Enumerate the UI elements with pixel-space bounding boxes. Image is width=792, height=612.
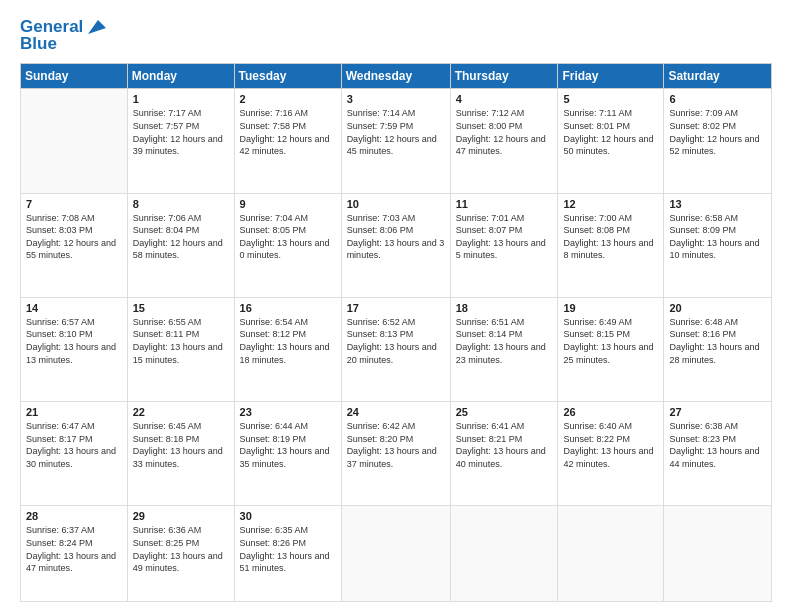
cell-details: Sunrise: 6:51 AMSunset: 8:14 PMDaylight:… <box>456 316 553 366</box>
cell-details: Sunrise: 6:57 AMSunset: 8:10 PMDaylight:… <box>26 316 122 366</box>
header-saturday: Saturday <box>664 64 772 89</box>
day-number: 24 <box>347 406 445 418</box>
cell-details: Sunrise: 7:08 AMSunset: 8:03 PMDaylight:… <box>26 212 122 262</box>
calendar-cell: 30Sunrise: 6:35 AMSunset: 8:26 PMDayligh… <box>234 506 341 602</box>
day-number: 4 <box>456 93 553 105</box>
cell-details: Sunrise: 6:52 AMSunset: 8:13 PMDaylight:… <box>347 316 445 366</box>
day-number: 28 <box>26 510 122 522</box>
calendar-cell <box>558 506 664 602</box>
calendar-cell: 12Sunrise: 7:00 AMSunset: 8:08 PMDayligh… <box>558 193 664 297</box>
calendar-cell: 26Sunrise: 6:40 AMSunset: 8:22 PMDayligh… <box>558 402 664 506</box>
svg-marker-0 <box>88 20 106 34</box>
day-number: 13 <box>669 198 766 210</box>
header-friday: Friday <box>558 64 664 89</box>
calendar-cell: 19Sunrise: 6:49 AMSunset: 8:15 PMDayligh… <box>558 297 664 401</box>
calendar-cell: 28Sunrise: 6:37 AMSunset: 8:24 PMDayligh… <box>21 506 128 602</box>
header: General Blue <box>20 18 772 53</box>
cell-details: Sunrise: 6:49 AMSunset: 8:15 PMDaylight:… <box>563 316 658 366</box>
cell-details: Sunrise: 6:55 AMSunset: 8:11 PMDaylight:… <box>133 316 229 366</box>
day-number: 10 <box>347 198 445 210</box>
cell-details: Sunrise: 6:37 AMSunset: 8:24 PMDaylight:… <box>26 524 122 574</box>
cell-details: Sunrise: 6:44 AMSunset: 8:19 PMDaylight:… <box>240 420 336 470</box>
header-sunday: Sunday <box>21 64 128 89</box>
calendar-cell: 4Sunrise: 7:12 AMSunset: 8:00 PMDaylight… <box>450 89 558 193</box>
day-number: 23 <box>240 406 336 418</box>
cell-details: Sunrise: 7:09 AMSunset: 8:02 PMDaylight:… <box>669 107 766 157</box>
day-number: 26 <box>563 406 658 418</box>
cell-details: Sunrise: 6:54 AMSunset: 8:12 PMDaylight:… <box>240 316 336 366</box>
calendar-cell: 15Sunrise: 6:55 AMSunset: 8:11 PMDayligh… <box>127 297 234 401</box>
calendar-cell: 6Sunrise: 7:09 AMSunset: 8:02 PMDaylight… <box>664 89 772 193</box>
calendar-cell: 10Sunrise: 7:03 AMSunset: 8:06 PMDayligh… <box>341 193 450 297</box>
day-number: 1 <box>133 93 229 105</box>
calendar-cell: 22Sunrise: 6:45 AMSunset: 8:18 PMDayligh… <box>127 402 234 506</box>
day-number: 22 <box>133 406 229 418</box>
day-number: 19 <box>563 302 658 314</box>
calendar-cell: 17Sunrise: 6:52 AMSunset: 8:13 PMDayligh… <box>341 297 450 401</box>
day-number: 29 <box>133 510 229 522</box>
day-number: 25 <box>456 406 553 418</box>
day-number: 9 <box>240 198 336 210</box>
cell-details: Sunrise: 6:48 AMSunset: 8:16 PMDaylight:… <box>669 316 766 366</box>
calendar-cell: 8Sunrise: 7:06 AMSunset: 8:04 PMDaylight… <box>127 193 234 297</box>
logo: General Blue <box>20 18 106 53</box>
cell-details: Sunrise: 7:12 AMSunset: 8:00 PMDaylight:… <box>456 107 553 157</box>
weekday-header-row: Sunday Monday Tuesday Wednesday Thursday… <box>21 64 772 89</box>
header-thursday: Thursday <box>450 64 558 89</box>
cell-details: Sunrise: 7:16 AMSunset: 7:58 PMDaylight:… <box>240 107 336 157</box>
day-number: 14 <box>26 302 122 314</box>
calendar-cell: 16Sunrise: 6:54 AMSunset: 8:12 PMDayligh… <box>234 297 341 401</box>
cell-details: Sunrise: 6:58 AMSunset: 8:09 PMDaylight:… <box>669 212 766 262</box>
calendar-cell: 29Sunrise: 6:36 AMSunset: 8:25 PMDayligh… <box>127 506 234 602</box>
cell-details: Sunrise: 7:06 AMSunset: 8:04 PMDaylight:… <box>133 212 229 262</box>
calendar-cell <box>664 506 772 602</box>
cell-details: Sunrise: 6:35 AMSunset: 8:26 PMDaylight:… <box>240 524 336 574</box>
calendar-cell: 27Sunrise: 6:38 AMSunset: 8:23 PMDayligh… <box>664 402 772 506</box>
day-number: 11 <box>456 198 553 210</box>
day-number: 5 <box>563 93 658 105</box>
calendar-cell: 9Sunrise: 7:04 AMSunset: 8:05 PMDaylight… <box>234 193 341 297</box>
calendar-cell: 1Sunrise: 7:17 AMSunset: 7:57 PMDaylight… <box>127 89 234 193</box>
cell-details: Sunrise: 7:11 AMSunset: 8:01 PMDaylight:… <box>563 107 658 157</box>
day-number: 2 <box>240 93 336 105</box>
calendar-cell: 20Sunrise: 6:48 AMSunset: 8:16 PMDayligh… <box>664 297 772 401</box>
calendar-cell: 14Sunrise: 6:57 AMSunset: 8:10 PMDayligh… <box>21 297 128 401</box>
day-number: 21 <box>26 406 122 418</box>
day-number: 18 <box>456 302 553 314</box>
day-number: 20 <box>669 302 766 314</box>
cell-details: Sunrise: 7:00 AMSunset: 8:08 PMDaylight:… <box>563 212 658 262</box>
day-number: 12 <box>563 198 658 210</box>
calendar-cell <box>341 506 450 602</box>
calendar-cell: 13Sunrise: 6:58 AMSunset: 8:09 PMDayligh… <box>664 193 772 297</box>
header-tuesday: Tuesday <box>234 64 341 89</box>
calendar-cell: 11Sunrise: 7:01 AMSunset: 8:07 PMDayligh… <box>450 193 558 297</box>
day-number: 16 <box>240 302 336 314</box>
cell-details: Sunrise: 7:14 AMSunset: 7:59 PMDaylight:… <box>347 107 445 157</box>
calendar-cell: 3Sunrise: 7:14 AMSunset: 7:59 PMDaylight… <box>341 89 450 193</box>
cell-details: Sunrise: 7:04 AMSunset: 8:05 PMDaylight:… <box>240 212 336 262</box>
day-number: 8 <box>133 198 229 210</box>
day-number: 27 <box>669 406 766 418</box>
cell-details: Sunrise: 7:03 AMSunset: 8:06 PMDaylight:… <box>347 212 445 262</box>
header-monday: Monday <box>127 64 234 89</box>
cell-details: Sunrise: 6:36 AMSunset: 8:25 PMDaylight:… <box>133 524 229 574</box>
cell-details: Sunrise: 6:41 AMSunset: 8:21 PMDaylight:… <box>456 420 553 470</box>
calendar-cell: 24Sunrise: 6:42 AMSunset: 8:20 PMDayligh… <box>341 402 450 506</box>
day-number: 3 <box>347 93 445 105</box>
day-number: 7 <box>26 198 122 210</box>
calendar-cell: 2Sunrise: 7:16 AMSunset: 7:58 PMDaylight… <box>234 89 341 193</box>
calendar-cell <box>450 506 558 602</box>
calendar-table: Sunday Monday Tuesday Wednesday Thursday… <box>20 63 772 602</box>
cell-details: Sunrise: 6:47 AMSunset: 8:17 PMDaylight:… <box>26 420 122 470</box>
page: General Blue Sunday Monday Tuesday Wedne… <box>0 0 792 612</box>
cell-details: Sunrise: 7:17 AMSunset: 7:57 PMDaylight:… <box>133 107 229 157</box>
cell-details: Sunrise: 6:42 AMSunset: 8:20 PMDaylight:… <box>347 420 445 470</box>
calendar-cell: 25Sunrise: 6:41 AMSunset: 8:21 PMDayligh… <box>450 402 558 506</box>
calendar-cell: 7Sunrise: 7:08 AMSunset: 8:03 PMDaylight… <box>21 193 128 297</box>
calendar-cell <box>21 89 128 193</box>
day-number: 6 <box>669 93 766 105</box>
calendar-cell: 5Sunrise: 7:11 AMSunset: 8:01 PMDaylight… <box>558 89 664 193</box>
logo-blue: Blue <box>20 35 57 54</box>
logo-icon <box>84 18 106 36</box>
calendar-cell: 21Sunrise: 6:47 AMSunset: 8:17 PMDayligh… <box>21 402 128 506</box>
